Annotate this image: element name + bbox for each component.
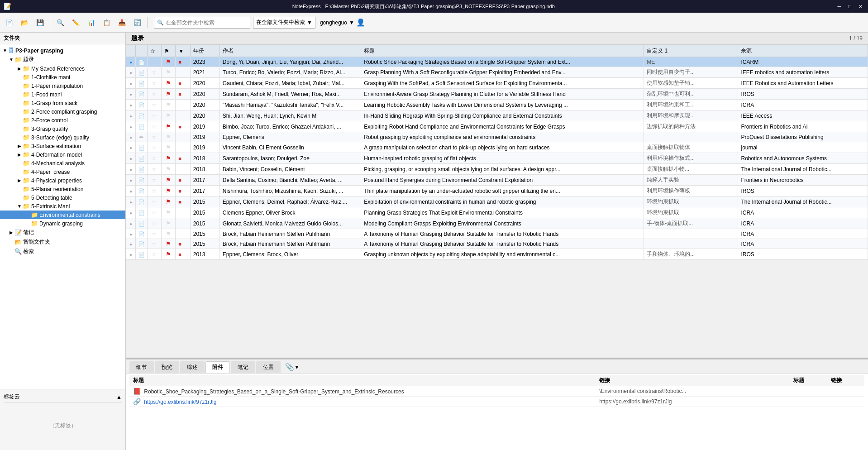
save-button[interactable]: 💾 (33, 15, 47, 30)
sidebar-item-4paper[interactable]: 📁 4-Paper_crease (0, 168, 125, 176)
row-flag[interactable]: ⚑ (162, 67, 176, 78)
table-row[interactable]: ● 📄 ☆ ⚑ ■ 2018 Sarantopoulos, Iason; Dou… (126, 153, 868, 164)
row-star[interactable]: ☆ (147, 164, 161, 175)
row-flag[interactable]: ⚑ (162, 78, 176, 89)
maximize-button[interactable]: □ (846, 4, 853, 10)
row-flag[interactable]: ⚑ (162, 175, 176, 186)
table-row[interactable]: ● 📄 ☆ ⚑ ■ 2013 Eppner, Clemens; Brock, O… (126, 249, 868, 260)
expand-tiyao[interactable]: ▼ (8, 57, 14, 62)
table-row[interactable]: ● 📄 ☆ ⚑ 2015 Brock, Fabian Heinemann Ste… (126, 229, 868, 239)
expand-4phys[interactable]: ▶ (16, 178, 23, 183)
sidebar-item-env[interactable]: 📁 Environmental constrains (0, 211, 125, 219)
open-button[interactable]: 📂 (17, 15, 32, 30)
col-header-dot[interactable] (126, 45, 136, 57)
chart-button[interactable]: 📊 (84, 15, 98, 30)
sidebar-item-p3[interactable]: ▼ 🗄 P3-Paper grasping (0, 46, 125, 55)
refresh-button[interactable]: 🔄 (130, 15, 144, 30)
col-header-sort[interactable]: ▼ (176, 45, 190, 57)
sidebar-item-2force[interactable]: 📁 2-Force compliant grasping (0, 107, 125, 116)
col-header-icon[interactable] (135, 45, 147, 57)
edit-button[interactable]: ✏️ (68, 15, 83, 30)
sidebar-item-3surface[interactable]: 📁 3-Surface (edge) quality (0, 133, 125, 142)
table-row[interactable]: ● 📄 ☆ ⚑ ■ 2017 Della Santina, Cosimo; Bi… (126, 175, 868, 186)
table-row[interactable]: ● 📄 ☆ ⚑ ■ 2023 Dong, Yi; Duan, Jinjun; L… (126, 57, 868, 67)
row-star[interactable]: ☆ (147, 110, 161, 121)
import-button[interactable]: 📥 (114, 15, 129, 30)
tag-cloud-expand[interactable]: ▲ (116, 394, 122, 400)
row-flag[interactable]: ⚑ (162, 57, 176, 67)
row-star[interactable]: ☆ (147, 67, 161, 78)
col-header-title[interactable]: 标题 (361, 45, 644, 57)
row-flag[interactable]: ⚑ (162, 218, 176, 229)
col-header-custom1[interactable]: 自定义 1 (644, 45, 738, 57)
sidebar-item-5planar[interactable]: 📁 5-Planar reorientation (0, 185, 125, 193)
sidebar-item-4mech[interactable]: 📁 4-Mechanical analysis (0, 159, 125, 168)
sidebar-item-2forcecon[interactable]: 📁 2-Force control (0, 116, 125, 124)
row-star[interactable]: ☆ (147, 186, 161, 196)
row-star[interactable]: ☆ (147, 239, 161, 249)
row-flag[interactable]: ⚑ (162, 239, 176, 249)
search-scope-dropdown[interactable]: 在全部文件夹中检索 ▼ (253, 17, 315, 29)
table-row[interactable]: ● 📄 ☆ ⚑ ■ 2015 Eppner, Clemens; Deimel, … (126, 196, 868, 207)
row-flag[interactable]: ⚑ (162, 207, 176, 218)
table-row[interactable]: ● 📄 ☆ ⚑ ■ 2019 Bimbo, Joao; Turco, Enric… (126, 121, 868, 132)
table-row[interactable]: ● 📄 ☆ ⚑ 2020 Shi, Jian; Weng, Huan; Lync… (126, 110, 868, 121)
table-row[interactable]: ● 📄 ☆ ⚑ 2015 Gionata Salvietti, Monica M… (126, 218, 868, 229)
row-star[interactable]: ☆ (147, 132, 161, 142)
sidebar-item-1paper[interactable]: 📁 1-Paper manipulation (0, 81, 125, 90)
table-row[interactable]: ● ✏ ☆ ⚑ 2019 Eppner, Clemens Robot grasp… (126, 132, 868, 142)
table-row[interactable]: ● 📄 ☆ ⚑ 2018 Babin, Vincent; Gosselin, C… (126, 164, 868, 175)
row-star[interactable]: ☆ (147, 196, 161, 207)
sidebar-item-3surfest[interactable]: ▶ 📁 3-Surface estimation (0, 142, 125, 150)
row-star[interactable]: ☆ (147, 121, 161, 132)
row-flag[interactable]: ⚑ (162, 142, 176, 153)
row-flag[interactable]: ⚑ (162, 110, 176, 121)
row-flag[interactable]: ⚑ (162, 196, 176, 207)
row-flag[interactable]: ⚑ (162, 153, 176, 164)
list-button[interactable]: 📋 (99, 15, 114, 30)
close-button[interactable]: ✕ (857, 4, 864, 10)
sidebar-item-3grasp[interactable]: 📁 3-Grasp quality (0, 124, 125, 133)
minimize-button[interactable]: ─ (836, 4, 843, 10)
row-flag[interactable]: ⚑ (162, 132, 176, 142)
sidebar-item-1grasp[interactable]: 📁 1-Grasp from stack (0, 99, 125, 107)
table-row[interactable]: ● 📄 ☆ ⚑ ■ 2020 Gaudeni, Chiara; Pozzi, M… (126, 78, 868, 89)
table-row[interactable]: ● 📄 ☆ ⚑ 2020 "Masashi Hamaya"; "Kazutosh… (126, 100, 868, 110)
ref-table-container[interactable]: ☆ ⚑ ▼ 年份 作者 标题 自定义 1 来源 ● 📄 ☆ ⚑ ■ (126, 45, 868, 358)
row-flag[interactable]: ⚑ (162, 164, 176, 175)
expand-4deform[interactable]: ▶ (16, 152, 23, 157)
row-flag[interactable]: ⚑ (162, 100, 176, 110)
attach-dropdown[interactable]: ▼ (294, 364, 300, 370)
table-row[interactable]: ● 📄 ☆ ⚑ 2019 Vincent Babin, Cl Ement Gos… (126, 142, 868, 153)
tab-detail[interactable]: 细节 (129, 361, 154, 373)
row-star[interactable]: ☆ (147, 100, 161, 110)
expand-notes[interactable]: ▶ (8, 230, 14, 235)
user-dropdown[interactable]: ▼ (349, 19, 354, 26)
row-star[interactable]: ☆ (147, 153, 161, 164)
search-input[interactable] (166, 19, 247, 26)
sidebar-item-4deform[interactable]: ▶ 📁 4-Deformation model (0, 150, 125, 159)
sidebar-item-smart[interactable]: 📂 智能文件夹 (0, 237, 125, 247)
row-flag[interactable]: ⚑ (162, 89, 176, 100)
col-header-author[interactable]: 作者 (219, 45, 361, 57)
tab-summary[interactable]: 综述 (180, 361, 205, 373)
table-row[interactable]: ● 📄 ☆ ⚑ 2015 Clemens Eppner, Oliver Broc… (126, 207, 868, 218)
col-header-flag[interactable]: ⚑ (162, 45, 176, 57)
row-star[interactable]: ☆ (147, 218, 161, 229)
tab-notes[interactable]: 笔记 (231, 361, 255, 373)
row-star[interactable]: ☆ (147, 89, 161, 100)
row-star[interactable]: ☆ (147, 57, 161, 67)
row-flag[interactable]: ⚑ (162, 249, 176, 260)
row-star[interactable]: ☆ (147, 78, 161, 89)
sidebar-item-dyngrasp[interactable]: 📁 Dynamic grasping (0, 219, 125, 228)
table-row[interactable]: ● 📄 ☆ ⚑ ■ 2017 Nishimura, Toshihiro; Miz… (126, 186, 868, 196)
col-header-star[interactable]: ☆ (147, 45, 161, 57)
sidebar-item-5extrin[interactable]: ▼ 📁 5-Extrinsic Mani (0, 202, 125, 211)
search-button[interactable]: 🔍 (53, 15, 67, 30)
sidebar-item-notes[interactable]: ▶ 📝 笔记 (0, 228, 125, 237)
sidebar-item-search[interactable]: 🔍 检索 (0, 247, 125, 256)
new-button[interactable]: 📄 (2, 15, 16, 30)
table-row[interactable]: ● 📄 ☆ ⚑ ■ 2020 Sundaram, Ashok M; Friedl… (126, 89, 868, 100)
expand-icon[interactable]: ▼ (2, 48, 8, 53)
row-star[interactable]: ☆ (147, 229, 161, 239)
